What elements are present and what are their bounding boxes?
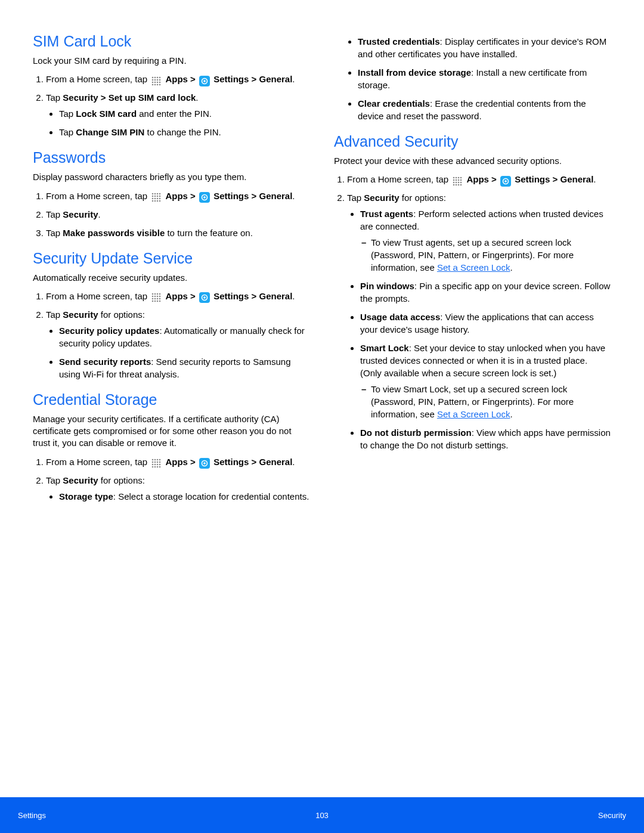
heading-passwords: Passwords [33,149,310,166]
steps-list: From a Home screen, tap Apps > Settings … [33,73,310,138]
sub-list: To view Smart Lock, set up a secured scr… [360,383,611,420]
settings-gear-icon [199,458,210,469]
bullet-item: Usage data access: View the applications… [360,311,611,336]
svg-point-19 [152,193,154,195]
text: From a Home screen, tap [347,174,451,184]
apps-grid-icon [151,76,162,86]
steps-list: From a Home screen, tap Apps > Settings … [33,190,310,239]
svg-point-90 [458,184,460,185]
text: > [190,291,198,301]
svg-point-61 [152,462,154,463]
svg-point-29 [157,198,159,200]
svg-point-44 [157,296,159,298]
apps-grid-icon [151,192,162,203]
intro-text: Automatically receive security updates. [33,272,310,284]
bullet-item: Trust agents: Perform selected actions w… [360,208,611,274]
apps-label: Apps [466,174,489,184]
step-item: From a Home screen, tap Apps > Settings … [46,456,310,468]
step-item: Tap Security for options: Storage type: … [46,474,310,503]
sub-item: To view Smart Lock, set up a secured scr… [371,383,611,420]
sub-item: To view Trust agents, set up a secured s… [371,236,611,274]
text: Clear credentials [358,98,430,109]
heading-sim-card-lock: SIM Card Lock [33,33,310,50]
svg-point-22 [159,193,161,195]
svg-point-12 [152,83,154,85]
svg-point-59 [157,459,159,461]
set-screen-lock-link[interactable]: Set a Screen Lock [437,409,510,419]
svg-point-7 [159,79,161,80]
text: > [553,174,561,184]
text: General [560,174,593,184]
right-column: Trusted credentials: Display certificate… [334,33,611,510]
svg-point-31 [152,200,154,202]
settings-label: Settings [213,457,249,467]
svg-point-32 [154,200,156,202]
text: Tap [46,475,63,485]
text: General [259,74,292,84]
steps-list: From a Home screen, tap Apps > Settings … [334,173,611,451]
step-item: From a Home screen, tap Apps > Settings … [347,173,611,185]
svg-point-79 [460,176,462,178]
text: > [491,174,499,184]
svg-point-30 [159,198,161,200]
bullet-item: Do not disturb permission: View which ap… [360,426,611,451]
text: Security [63,209,98,219]
text: From a Home screen, tap [46,74,150,84]
steps-list: From a Home screen, tap Apps > Settings … [33,290,310,380]
svg-point-70 [154,466,156,468]
svg-point-82 [458,179,460,181]
text: Tap [59,109,76,119]
text: . [510,409,512,419]
text: . [292,74,295,84]
text: Tap [347,193,364,203]
svg-point-86 [458,181,460,183]
svg-point-75 [203,462,206,465]
svg-point-42 [152,296,154,298]
step-item: Tap Security for options: Security polic… [46,308,310,380]
bullet-item: Smart Lock: Set your device to stay unlo… [360,342,611,420]
bullet-item: Send security reports: Send security rep… [59,355,310,380]
svg-point-28 [154,198,156,200]
svg-point-77 [456,176,457,178]
apps-grid-icon [151,458,162,469]
settings-label: Settings [213,291,249,301]
bullet-list: Storage type: Select a storage location … [46,490,310,503]
heading-advanced-security: Advanced Security [334,133,611,150]
bullet-list: Trusted credentials: Display certificate… [334,35,611,122]
svg-point-18 [203,80,206,82]
footer-page-number: 103 [315,811,329,820]
svg-point-71 [157,466,159,468]
bullet-item: Clear credentials: Erase the credential … [358,97,611,122]
text: Lock SIM card [76,109,137,119]
svg-point-45 [159,296,161,298]
page-body: SIM Card Lock Lock your SIM card by requ… [0,0,644,510]
settings-gear-icon [199,76,210,86]
text: for options: [400,193,446,203]
svg-point-43 [154,296,156,298]
step-item: From a Home screen, tap Apps > Settings … [46,190,310,202]
bullet-list: Trust agents: Perform selected actions w… [347,208,611,451]
svg-point-62 [154,462,156,463]
svg-point-24 [154,196,156,197]
set-screen-lock-link[interactable]: Set a Screen Lock [437,262,510,272]
apps-label: Apps [165,74,188,84]
svg-point-14 [157,83,159,85]
svg-point-64 [159,462,161,463]
step-item: From a Home screen, tap Apps > Settings … [46,290,310,302]
apps-label: Apps [165,291,188,301]
apps-grid-icon [151,292,162,303]
settings-gear-icon [199,292,210,303]
page-footer: Settings 103 Security [0,797,644,833]
svg-point-48 [157,298,159,300]
svg-point-5 [154,79,156,80]
text: > [252,191,259,201]
svg-point-57 [152,459,154,461]
text: From a Home screen, tap [46,291,150,301]
footer-left: Settings [18,811,46,820]
bullet-item: Trusted credentials: Display certificate… [358,35,611,60]
apps-grid-icon [452,176,463,187]
svg-point-72 [159,466,161,468]
svg-point-56 [203,296,206,299]
text: General [259,291,292,301]
svg-point-84 [453,181,455,183]
